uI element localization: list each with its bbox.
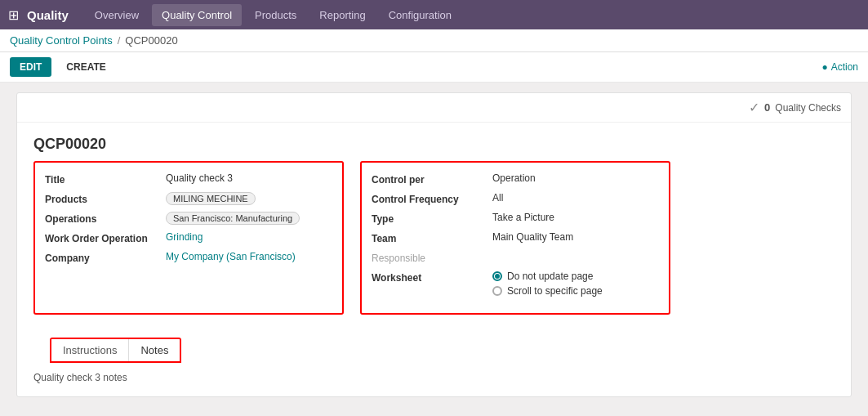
control-per-label: Control per [372, 172, 486, 186]
notes-content: Quality check 3 notes [17, 365, 851, 396]
action-dot-icon: ● [821, 61, 827, 73]
quality-checks-bar: ✓ 0 Quality Checks [17, 93, 851, 123]
app-name: Quality [27, 8, 69, 22]
control-per-value: Operation [492, 172, 536, 184]
tab-notes[interactable]: Notes [129, 339, 180, 361]
work-order-value[interactable]: Grinding [166, 231, 203, 243]
app-grid-icon[interactable]: ⊞ [8, 7, 19, 23]
tabs-wrapper: Instructions Notes [50, 338, 181, 363]
title-label: Title [45, 172, 159, 186]
company-value[interactable]: My Company (San Francisco) [166, 251, 296, 262]
right-section: Control per Operation Control Frequency … [360, 161, 670, 315]
title-field-row: Title Quality check 3 [45, 172, 332, 186]
worksheet-opt2-radio[interactable] [492, 286, 502, 296]
company-label: Company [45, 251, 159, 264]
nav-item-reporting[interactable]: Reporting [309, 4, 375, 26]
control-per-row: Control per Operation [372, 172, 659, 186]
team-value: Main Quality Team [492, 231, 573, 243]
form-card: ✓ 0 Quality Checks QCP00020 Title Qualit… [16, 92, 852, 397]
form-body: Title Quality check 3 Products MILING ME… [17, 161, 851, 331]
title-value: Quality check 3 [166, 172, 233, 184]
work-order-label: Work Order Operation [45, 231, 159, 244]
breadcrumb: Quality Control Points / QCP00020 [0, 29, 868, 52]
worksheet-label: Worksheet [372, 271, 486, 284]
company-field-row: Company My Company (San Francisco) [45, 251, 332, 264]
responsible-label: Responsible [372, 251, 486, 264]
breadcrumb-parent[interactable]: Quality Control Points [10, 34, 113, 47]
action-bar: EDIT CREATE ● Action [0, 52, 868, 83]
breadcrumb-current: QCP00020 [125, 34, 177, 47]
quality-checks-count: 0 [764, 101, 770, 114]
main-content: ✓ 0 Quality Checks QCP00020 Title Qualit… [0, 83, 868, 407]
team-label: Team [372, 231, 486, 244]
action-menu[interactable]: ● Action [821, 61, 858, 73]
checkmark-icon: ✓ [749, 100, 759, 115]
edit-button[interactable]: EDIT [10, 57, 51, 77]
team-row: Team Main Quality Team [372, 231, 659, 244]
worksheet-opt2-label: Scroll to specific page [507, 285, 603, 297]
work-order-field-row: Work Order Operation Grinding [45, 231, 332, 244]
operations-field-row: Operations San Francisco: Manufacturing [45, 212, 332, 225]
products-tag[interactable]: MILING MECHINE [166, 192, 256, 205]
left-section: Title Quality check 3 Products MILING ME… [33, 161, 344, 315]
responsible-row: Responsible [372, 251, 659, 264]
worksheet-row: Worksheet Do not update page Scroll to s… [372, 271, 659, 297]
products-label: Products [45, 192, 159, 205]
create-button[interactable]: CREATE [56, 57, 115, 77]
type-value: Take a Picture [492, 212, 554, 223]
tabs-container: Instructions Notes [17, 331, 851, 365]
worksheet-opt2-row[interactable]: Scroll to specific page [492, 285, 603, 297]
tab-instructions[interactable]: Instructions [51, 339, 129, 361]
nav-item-configuration[interactable]: Configuration [379, 4, 461, 26]
worksheet-options: Do not update page Scroll to specific pa… [492, 271, 603, 297]
operations-tag[interactable]: San Francisco: Manufacturing [166, 212, 300, 225]
quality-checks-badge[interactable]: ✓ 0 Quality Checks [749, 100, 841, 115]
nav-item-overview[interactable]: Overview [85, 4, 149, 26]
control-freq-value: All [492, 192, 503, 204]
control-freq-label: Control Frequency [372, 192, 486, 205]
worksheet-opt1-radio[interactable] [492, 271, 502, 281]
action-label: Action [831, 61, 858, 73]
quality-checks-label: Quality Checks [775, 102, 841, 114]
operations-label: Operations [45, 212, 159, 225]
tabs-inner: Instructions Notes [51, 339, 180, 361]
products-field-row: Products MILING MECHINE [45, 192, 332, 205]
control-freq-row: Control Frequency All [372, 192, 659, 205]
nav-item-products[interactable]: Products [245, 4, 306, 26]
type-label: Type [372, 212, 486, 225]
worksheet-opt1-label: Do not update page [507, 271, 593, 282]
nav-item-quality-control[interactable]: Quality Control [152, 4, 242, 26]
type-row: Type Take a Picture [372, 212, 659, 225]
breadcrumb-separator: / [118, 34, 121, 47]
record-id-title: QCP00020 [17, 123, 851, 161]
worksheet-opt1-row[interactable]: Do not update page [492, 271, 603, 282]
top-navigation: ⊞ Quality Overview Quality Control Produ… [0, 0, 868, 29]
